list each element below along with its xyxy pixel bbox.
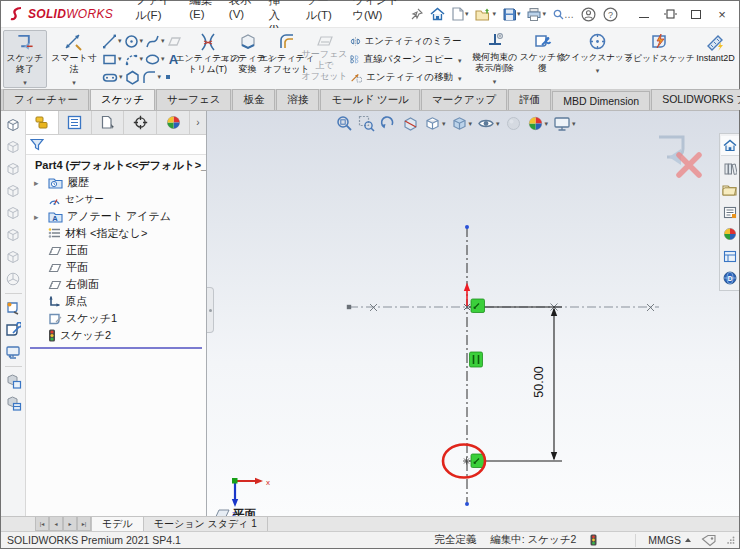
- view-orientation-button[interactable]: [423, 113, 447, 134]
- display-style-button[interactable]: [450, 113, 474, 134]
- expand-arrow-icon[interactable]: ▸: [34, 178, 39, 188]
- open-document-button[interactable]: [472, 3, 499, 25]
- tab-markup[interactable]: マークアップ: [421, 89, 507, 110]
- tree-item-annotations[interactable]: ▸ A アノテート アイテム: [26, 208, 206, 225]
- tab-sheet-metal[interactable]: 板金: [232, 89, 275, 110]
- close-button[interactable]: ×: [709, 3, 735, 25]
- tab-model[interactable]: モデル: [91, 517, 144, 531]
- tab-dimxpertmanager[interactable]: [124, 111, 157, 134]
- expand-arrow-icon[interactable]: ▸: [34, 212, 39, 222]
- rapid-sketch-button[interactable]: ラピッドスケッチ: [631, 30, 689, 88]
- view-cube-icon[interactable]: [3, 181, 24, 201]
- tab-scroll-left-icon[interactable]: [49, 517, 63, 531]
- mirror-entities-button[interactable]: エンティティのミラー: [347, 32, 465, 50]
- view-settings-button[interactable]: [552, 114, 577, 134]
- dropdown-icon[interactable]: [457, 71, 462, 83]
- maximize-button[interactable]: [683, 3, 709, 25]
- new-document-button[interactable]: [449, 3, 472, 25]
- sketch-origin[interactable]: [464, 283, 470, 311]
- view-palette-icon[interactable]: [721, 246, 739, 266]
- vertical-constraint-badge[interactable]: [470, 352, 483, 367]
- tree-item-origin[interactable]: 原点: [26, 293, 206, 310]
- view-cube-icon[interactable]: [3, 225, 24, 245]
- unit-system-selector[interactable]: MMGS: [648, 534, 691, 546]
- confirm-cancel-icon[interactable]: [679, 155, 699, 175]
- quick-snaps-button[interactable]: クイックスナップ: [569, 30, 627, 88]
- tab-mold-tools[interactable]: モールド ツール: [320, 89, 420, 110]
- tree-item-sensors[interactable]: センサー: [26, 191, 206, 208]
- tab-solidworks-addins[interactable]: SOLIDWORKS アドイン: [651, 89, 740, 110]
- custom-properties-icon[interactable]: [721, 202, 739, 222]
- coincident-constraint-badge[interactable]: [471, 454, 485, 468]
- tab-features[interactable]: フィーチャー: [3, 89, 89, 110]
- previous-view-button[interactable]: [379, 113, 398, 134]
- appearances-scenes-icon[interactable]: [721, 224, 739, 244]
- tab-scroll-right-icon[interactable]: [63, 517, 77, 531]
- tab-surfaces[interactable]: サーフェス: [156, 89, 231, 110]
- spline-tool-button[interactable]: [144, 34, 166, 49]
- home-button[interactable]: [427, 3, 448, 25]
- view-cube-icon[interactable]: [3, 203, 24, 223]
- tab-scroll-first-icon[interactable]: [35, 517, 49, 531]
- minimize-button[interactable]: [631, 3, 657, 25]
- linear-pattern-button[interactable]: 直線パターン コピー: [347, 50, 465, 68]
- design-library-icon[interactable]: [721, 158, 739, 178]
- dropdown-icon[interactable]: [23, 75, 27, 87]
- display-settings-icon[interactable]: [3, 342, 24, 362]
- hide-show-items-button[interactable]: [476, 113, 501, 134]
- tree-item-material[interactable]: 材料 <指定なし>: [26, 225, 206, 242]
- confirm-exit-sketch-icon[interactable]: [659, 137, 683, 165]
- tree-item-sketch1[interactable]: スケッチ1: [26, 310, 206, 327]
- circle-tool-button[interactable]: [123, 34, 145, 49]
- apply-scene-button[interactable]: [526, 113, 550, 134]
- tree-item-part[interactable]: Part4 (デフォルト<<デフォルト>_表示状態 1>: [26, 157, 206, 174]
- copy-appearance-icon[interactable]: [3, 371, 24, 391]
- move-entities-button[interactable]: エンティティの移動: [347, 68, 465, 86]
- view-cube-icon[interactable]: [3, 159, 24, 179]
- arc-tool-button[interactable]: [123, 52, 145, 67]
- tab-mbd-dimension[interactable]: MBD Dimension: [552, 91, 650, 110]
- line-endpoint[interactable]: [465, 225, 469, 229]
- vertical-centerline[interactable]: [465, 225, 469, 506]
- sketch-canvas[interactable]: 50.00: [207, 111, 739, 516]
- fillet-tool-button[interactable]: [141, 70, 163, 85]
- exit-sketch-button[interactable]: スケッチ 終了: [3, 30, 47, 88]
- dropdown-icon[interactable]: [457, 53, 462, 65]
- tree-item-history[interactable]: ▸ 履歴: [26, 174, 206, 191]
- pin-menu-icon[interactable]: [408, 3, 426, 25]
- save-button[interactable]: [500, 3, 524, 25]
- view-cube-icon[interactable]: [3, 115, 24, 135]
- tab-propertymanager[interactable]: [59, 111, 92, 134]
- dropdown-icon[interactable]: [596, 63, 600, 75]
- print-button[interactable]: [524, 3, 549, 25]
- polygon-tool-button[interactable]: [124, 70, 141, 85]
- tab-weldments[interactable]: 溶接: [276, 89, 319, 110]
- selection-filter-icon[interactable]: [3, 298, 24, 318]
- repair-sketch-button[interactable]: スケッチ修 復: [521, 30, 565, 88]
- tree-item-front-plane[interactable]: 正面: [26, 242, 206, 259]
- tree-item-right-plane[interactable]: 右側面: [26, 276, 206, 293]
- tree-item-sketch2[interactable]: スケッチ2: [26, 327, 206, 344]
- tree-filter-row[interactable]: [26, 135, 206, 155]
- tab-displaymanager[interactable]: [157, 111, 190, 134]
- user-account-icon[interactable]: [578, 3, 599, 25]
- help-icon[interactable]: ?: [600, 3, 621, 25]
- graphics-viewport[interactable]: 50.00: [207, 111, 739, 516]
- resize-grip[interactable]: [727, 536, 735, 544]
- sketch-settings-icon[interactable]: [3, 320, 24, 340]
- view-cube-isometric-icon[interactable]: [3, 269, 24, 289]
- sketch-point[interactable]: [463, 458, 470, 465]
- instant2d-button[interactable]: Instant2D: [689, 30, 740, 88]
- panel-tabs-overflow-icon[interactable]: ›: [190, 111, 206, 134]
- section-view-button[interactable]: [401, 113, 420, 134]
- restore-span-button[interactable]: [657, 3, 683, 25]
- display-delete-relations-button[interactable]: 幾何拘束の 表示/削除: [469, 30, 521, 88]
- tab-sketch[interactable]: スケッチ: [90, 89, 155, 110]
- file-explorer-icon[interactable]: [721, 180, 739, 200]
- taskpane-home-icon[interactable]: [721, 136, 739, 156]
- panel-collapse-handle[interactable]: [207, 287, 214, 333]
- view-cube-icon[interactable]: [3, 137, 24, 157]
- slot-tool-button[interactable]: [101, 71, 124, 84]
- dimension-50[interactable]: 50.00: [469, 307, 562, 461]
- dropdown-icon[interactable]: [72, 75, 76, 87]
